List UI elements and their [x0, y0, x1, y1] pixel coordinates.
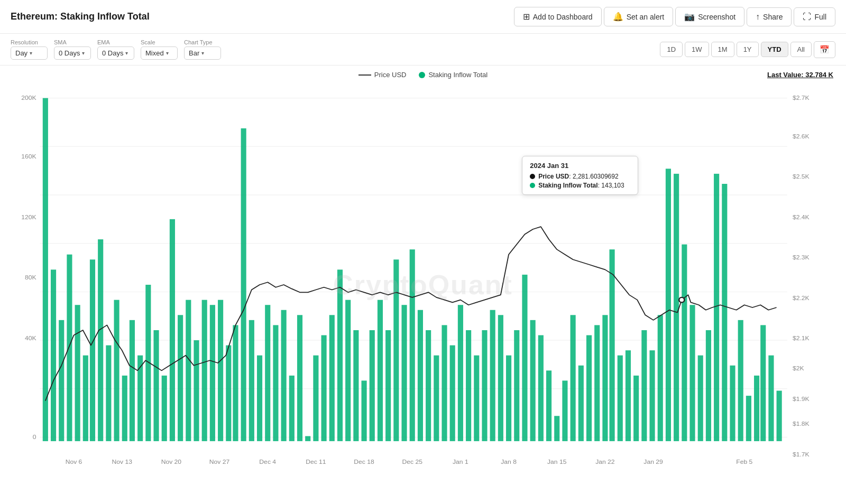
svg-rect-131: [777, 391, 782, 442]
time-btn-1w[interactable]: 1W: [685, 42, 709, 57]
svg-text:Nov 27: Nov 27: [209, 458, 229, 465]
svg-rect-61: [218, 300, 223, 441]
svg-text:$2.6K: $2.6K: [793, 133, 810, 140]
svg-rect-80: [370, 330, 375, 441]
svg-rect-122: [706, 330, 711, 441]
svg-text:$2.7K: $2.7K: [793, 95, 810, 102]
svg-rect-126: [738, 320, 743, 441]
svg-rect-63: [233, 325, 238, 441]
svg-rect-99: [522, 275, 527, 441]
svg-rect-108: [594, 325, 600, 441]
svg-rect-70: [289, 376, 295, 441]
svg-rect-117: [666, 169, 671, 441]
set-alert-button[interactable]: 🔔 Set an alert: [604, 7, 674, 26]
calendar-button[interactable]: 📅: [814, 41, 835, 58]
svg-text:$1.8K: $1.8K: [793, 421, 810, 428]
svg-rect-110: [610, 249, 615, 441]
chart-container: Price USD Staking Inflow Total Last Valu…: [0, 66, 846, 504]
svg-rect-43: [75, 305, 80, 441]
svg-rect-101: [538, 335, 544, 442]
ema-select[interactable]: 0 Days ▾: [97, 46, 134, 60]
svg-rect-46: [98, 239, 103, 441]
svg-rect-123: [714, 174, 719, 441]
chart-svg: 200K 160K 120K 80K 40K 0 $2.7K $2.6K $2.…: [11, 83, 835, 487]
svg-rect-58: [194, 340, 199, 441]
svg-point-132: [679, 297, 684, 303]
svg-text:$2K: $2K: [793, 365, 804, 372]
svg-text:$2.1K: $2.1K: [793, 334, 810, 342]
scale-select[interactable]: Mixed ▾: [141, 46, 178, 60]
svg-rect-57: [186, 300, 191, 441]
svg-text:Jan 22: Jan 22: [595, 458, 614, 465]
svg-rect-104: [562, 380, 567, 441]
svg-rect-97: [506, 356, 511, 441]
svg-rect-98: [514, 330, 519, 441]
svg-rect-48: [114, 300, 119, 441]
svg-rect-68: [273, 325, 278, 441]
resolution-select[interactable]: Day ▾: [11, 46, 48, 60]
time-btn-1y[interactable]: 1Y: [737, 42, 759, 57]
svg-text:Jan 29: Jan 29: [643, 458, 663, 465]
time-btn-1m[interactable]: 1M: [711, 42, 734, 57]
toolbar: Resolution Day ▾ SMA 0 Days ▾ EMA 0 Days…: [0, 34, 846, 66]
svg-rect-82: [385, 330, 391, 441]
time-controls: 1D 1W 1M 1Y YTD All 📅: [660, 41, 835, 58]
svg-rect-129: [760, 325, 766, 441]
full-button[interactable]: ⛶ Full: [794, 7, 835, 26]
svg-text:80K: 80K: [25, 274, 36, 282]
svg-text:Jan 15: Jan 15: [547, 458, 567, 465]
svg-rect-44: [83, 356, 88, 441]
svg-rect-128: [754, 376, 759, 441]
svg-rect-45: [90, 259, 95, 441]
scale-control: Scale Mixed ▾: [141, 39, 178, 60]
share-button[interactable]: ↑ Share: [747, 7, 792, 26]
legend-staking-dot: [419, 72, 425, 78]
svg-rect-100: [530, 320, 536, 441]
sma-control: SMA 0 Days ▾: [54, 39, 91, 60]
dashboard-icon: ⊞: [523, 12, 530, 22]
chart-type-select[interactable]: Bar ▾: [184, 46, 221, 60]
svg-rect-118: [674, 174, 679, 441]
svg-rect-73: [313, 356, 318, 441]
svg-rect-105: [571, 315, 576, 441]
add-to-dashboard-button[interactable]: ⊞ Add to Dashboard: [514, 7, 602, 26]
svg-rect-114: [641, 330, 647, 441]
svg-rect-96: [498, 315, 503, 441]
chart-type-chevron-icon: ▾: [201, 50, 204, 56]
svg-rect-66: [257, 356, 262, 441]
svg-text:Nov 6: Nov 6: [66, 458, 82, 465]
svg-rect-42: [67, 255, 72, 441]
svg-text:Nov 20: Nov 20: [161, 458, 182, 465]
svg-rect-106: [578, 366, 584, 441]
svg-text:Dec 4: Dec 4: [259, 458, 276, 465]
svg-rect-51: [137, 356, 143, 441]
time-btn-ytd[interactable]: YTD: [761, 42, 788, 57]
fullscreen-icon: ⛶: [803, 12, 811, 22]
svg-rect-41: [59, 320, 64, 441]
svg-rect-83: [393, 259, 399, 441]
resolution-chevron-icon: ▾: [30, 50, 32, 56]
svg-rect-39: [43, 98, 48, 441]
time-btn-1d[interactable]: 1D: [660, 42, 683, 57]
svg-text:Dec 18: Dec 18: [354, 458, 374, 465]
svg-rect-40: [51, 269, 56, 441]
sma-chevron-icon: ▾: [82, 50, 85, 56]
time-btn-all[interactable]: All: [790, 42, 812, 57]
svg-rect-102: [546, 370, 551, 441]
screenshot-button[interactable]: 📷 Screenshot: [675, 7, 744, 26]
sma-select[interactable]: 0 Days ▾: [54, 46, 91, 60]
ema-chevron-icon: ▾: [125, 50, 128, 56]
header: Ethereum: Staking Inflow Total ⊞ Add to …: [0, 0, 846, 34]
bell-icon: 🔔: [613, 12, 623, 22]
svg-rect-55: [170, 219, 175, 441]
last-value-label: Last Value: 32.784 K: [767, 71, 833, 79]
svg-rect-120: [689, 305, 695, 441]
svg-rect-91: [458, 305, 463, 441]
svg-rect-67: [265, 305, 270, 441]
svg-rect-59: [202, 300, 207, 441]
svg-rect-127: [746, 396, 751, 441]
svg-text:$2.5K: $2.5K: [793, 173, 810, 181]
svg-rect-94: [482, 330, 487, 441]
svg-text:160K: 160K: [21, 153, 36, 161]
svg-rect-75: [329, 315, 335, 441]
